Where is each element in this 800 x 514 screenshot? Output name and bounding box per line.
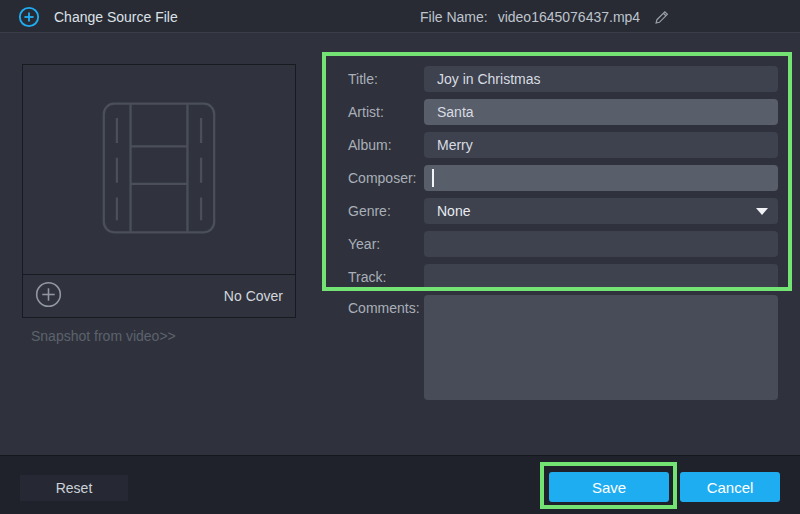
comments-field-label: Comments: bbox=[348, 295, 423, 321]
snapshot-from-video-link[interactable]: Snapshot from video>> bbox=[31, 328, 176, 344]
composer-input[interactable] bbox=[424, 165, 778, 191]
circle-plus-icon bbox=[35, 281, 62, 312]
track-input[interactable] bbox=[424, 264, 778, 290]
cancel-button[interactable]: Cancel bbox=[680, 472, 780, 502]
no-cover-label: No Cover bbox=[224, 288, 283, 304]
video-thumbnail bbox=[23, 65, 295, 274]
save-button[interactable]: Save bbox=[549, 472, 669, 502]
change-source-file-label: Change Source File bbox=[54, 9, 178, 25]
change-source-file-button[interactable]: Change Source File bbox=[18, 0, 178, 33]
title-field-label: Title: bbox=[348, 66, 423, 92]
album-field-label: Album: bbox=[348, 132, 423, 158]
metadata-editor-window: Change Source File File Name: video16450… bbox=[0, 0, 800, 514]
title-input[interactable] bbox=[424, 66, 778, 92]
file-name-label: File Name: bbox=[420, 9, 488, 25]
circle-plus-icon bbox=[18, 6, 40, 28]
genre-selected-value: None bbox=[437, 203, 470, 219]
text-cursor bbox=[432, 169, 434, 187]
year-input[interactable] bbox=[424, 231, 778, 257]
file-name-value: video1645076437.mp4 bbox=[498, 9, 640, 25]
comments-textarea[interactable] bbox=[424, 295, 778, 400]
edit-pencil-icon[interactable] bbox=[654, 9, 671, 24]
file-name-group: File Name: video1645076437.mp4 bbox=[420, 0, 671, 33]
chevron-down-icon bbox=[756, 208, 768, 215]
artist-field-label: Artist: bbox=[348, 99, 423, 125]
reset-button[interactable]: Reset bbox=[20, 475, 128, 501]
genre-field-label: Genre: bbox=[348, 198, 423, 224]
top-bar: Change Source File File Name: video16450… bbox=[0, 0, 800, 33]
genre-select[interactable]: None bbox=[424, 198, 778, 224]
artist-input[interactable] bbox=[424, 99, 778, 125]
cover-panel: No Cover bbox=[22, 64, 296, 318]
track-field-label: Track: bbox=[348, 264, 423, 290]
filmstrip-icon bbox=[102, 102, 216, 238]
add-cover-row[interactable]: No Cover bbox=[23, 274, 295, 317]
album-input[interactable] bbox=[424, 132, 778, 158]
year-field-label: Year: bbox=[348, 231, 423, 257]
composer-field-label: Composer: bbox=[348, 165, 423, 191]
